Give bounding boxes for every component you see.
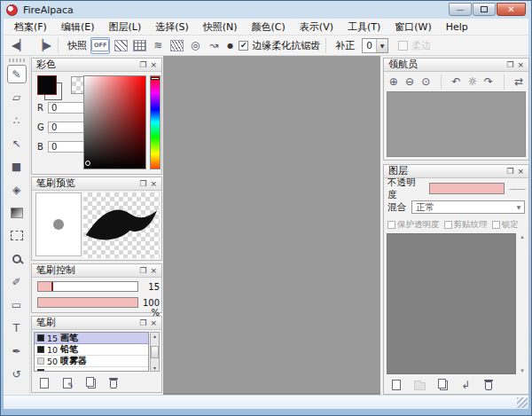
- brush-list-item[interactable]: [35, 367, 148, 372]
- resize-grip[interactable]: [517, 397, 528, 408]
- drag-handle[interactable]: [9, 59, 25, 62]
- layer-list-scrollbar[interactable]: ▴ ▾: [518, 233, 527, 374]
- close-panel-icon[interactable]: ×: [515, 59, 526, 70]
- correction-label: 补正: [335, 39, 355, 52]
- foreground-color-swatch[interactable]: [37, 75, 57, 95]
- brush-opacity-slider[interactable]: [37, 297, 138, 308]
- scroll-up-icon[interactable]: ▴: [520, 233, 524, 240]
- layer-option-checkbox-protect-alpha[interactable]: .: [387, 221, 395, 229]
- menu-color[interactable]: 颜色(C): [245, 19, 293, 35]
- add-layer-button[interactable]: [387, 378, 405, 392]
- float-panel-icon[interactable]: ❐: [137, 59, 148, 70]
- duplicate-brush-button[interactable]: [82, 376, 99, 390]
- snap-parallel-button[interactable]: [113, 37, 129, 54]
- correction-dropdown[interactable]: 0 ▼: [362, 38, 388, 53]
- scroll-up-icon[interactable]: ▴: [153, 333, 156, 339]
- brush-list-scrollbar[interactable]: ▴ ▾: [150, 332, 160, 372]
- rotate-cw-button[interactable]: ↷: [481, 75, 495, 89]
- pen-tool[interactable]: ✎: [7, 65, 27, 83]
- smudge-tool[interactable]: ∴: [7, 111, 27, 130]
- canvas[interactable]: [163, 56, 380, 395]
- rotate-view-tool[interactable]: ↺: [7, 365, 27, 383]
- scroll-thumb[interactable]: [151, 346, 159, 358]
- scroll-down-icon[interactable]: ▾: [153, 365, 156, 371]
- brush-list-item[interactable]: 50喷雾器: [35, 356, 148, 367]
- text-tool[interactable]: T: [7, 318, 27, 337]
- zoom-reset-button[interactable]: ⊙: [419, 75, 433, 89]
- menu-snap[interactable]: 快照(N): [196, 19, 245, 35]
- add-brush-button[interactable]: [35, 376, 53, 390]
- menu-window[interactable]: 窗口(W): [387, 19, 438, 35]
- snap-curve-button[interactable]: ↝: [206, 37, 222, 54]
- menu-select[interactable]: 选择(S): [148, 19, 196, 35]
- float-panel-icon[interactable]: ❐: [505, 166, 515, 177]
- saturation-value-picker[interactable]: [83, 75, 146, 169]
- close-panel-icon[interactable]: ×: [515, 166, 526, 177]
- brush-size-handle[interactable]: [51, 282, 53, 291]
- duplicate-layer-button[interactable]: [434, 378, 451, 392]
- layer-opacity-slider[interactable]: [429, 183, 505, 194]
- menu-file[interactable]: 档案(F): [7, 19, 54, 35]
- select-pen-tool[interactable]: ✐: [7, 272, 27, 291]
- brush-control-title: 笔刷控制: [36, 264, 137, 277]
- snap-off-button[interactable]: OFF: [90, 37, 110, 54]
- channel-row-r: R0: [37, 102, 89, 114]
- gradient-tool[interactable]: [7, 203, 27, 222]
- sv-cursor[interactable]: [85, 161, 90, 166]
- bucket-tool[interactable]: ◈: [7, 180, 27, 199]
- brush-size-slider[interactable]: [37, 281, 138, 292]
- close-button[interactable]: ✕: [497, 3, 526, 16]
- rotate-ccw-button[interactable]: ↶: [450, 75, 463, 89]
- snap-grid-button[interactable]: [131, 37, 147, 54]
- close-panel-icon[interactable]: ×: [148, 318, 159, 328]
- brush-list-item[interactable]: 15画笔: [35, 333, 148, 344]
- close-panel-icon[interactable]: ×: [148, 265, 159, 276]
- float-panel-icon[interactable]: ❐: [137, 318, 148, 328]
- maximize-button[interactable]: [473, 3, 496, 16]
- fill-rect-tool[interactable]: ■: [7, 157, 27, 176]
- delete-brush-button[interactable]: [105, 376, 122, 390]
- close-panel-icon[interactable]: ×: [148, 178, 159, 189]
- scroll-down-icon[interactable]: ▾: [520, 367, 524, 374]
- close-panel-icon[interactable]: ×: [148, 59, 159, 70]
- magic-wand-tool[interactable]: [7, 249, 27, 268]
- hue-marker[interactable]: [151, 77, 160, 80]
- eraser-tool[interactable]: ▱: [7, 88, 27, 106]
- titlebar[interactable]: FireAlpaca — ✕: [1, 1, 532, 19]
- brush-list-item[interactable]: 10铅笔: [35, 344, 148, 356]
- minimize-button[interactable]: —: [449, 3, 472, 16]
- rotate-reset-button[interactable]: ☼: [466, 75, 479, 89]
- layer-blend-dropdown[interactable]: 正常 ▼: [411, 200, 525, 214]
- float-panel-icon[interactable]: ❐: [505, 59, 515, 70]
- undo-button[interactable]: ◀▏: [11, 37, 28, 54]
- channel-label-b: B: [37, 142, 48, 152]
- menu-edit[interactable]: 编辑(E): [54, 19, 102, 35]
- select-rect-tool[interactable]: [7, 226, 27, 245]
- select-eraser-tool[interactable]: ▭: [7, 295, 27, 314]
- snap-wave-button[interactable]: ≋: [150, 37, 166, 54]
- zoom-in-button[interactable]: ⊕: [387, 75, 400, 89]
- soft-edge-checkbox[interactable]: .: [398, 41, 408, 51]
- menu-view[interactable]: 表示(V): [293, 19, 340, 35]
- menu-tool[interactable]: 工具(T): [340, 19, 387, 35]
- float-panel-icon[interactable]: ❐: [137, 178, 148, 189]
- edit-brush-button[interactable]: [59, 376, 76, 390]
- zoom-out-button[interactable]: ⊖: [403, 75, 416, 89]
- snap-circle-button[interactable]: ◎: [187, 37, 203, 54]
- snap-diagonal-button[interactable]: [168, 37, 184, 54]
- delete-layer-button[interactable]: [480, 378, 497, 392]
- merge-layer-button[interactable]: ↲: [457, 378, 474, 392]
- redo-button[interactable]: ▕▶: [34, 37, 51, 54]
- navigator-preview[interactable]: [387, 91, 526, 157]
- layer-option-checkbox-lock[interactable]: .: [492, 221, 500, 229]
- move-tool[interactable]: ↖: [7, 134, 27, 153]
- hue-slider[interactable]: [150, 75, 160, 169]
- antialias-checkbox[interactable]: ✔: [239, 41, 248, 51]
- menu-help[interactable]: Help: [439, 19, 475, 35]
- layer-option-checkbox-clipping[interactable]: .: [444, 221, 452, 229]
- float-panel-icon[interactable]: ❐: [137, 265, 148, 276]
- layer-list[interactable]: [387, 233, 516, 374]
- eyedropper-tool[interactable]: ✒: [7, 341, 27, 360]
- flip-view-button[interactable]: ⇄: [512, 75, 526, 89]
- menu-layer[interactable]: 图层(L): [101, 19, 148, 35]
